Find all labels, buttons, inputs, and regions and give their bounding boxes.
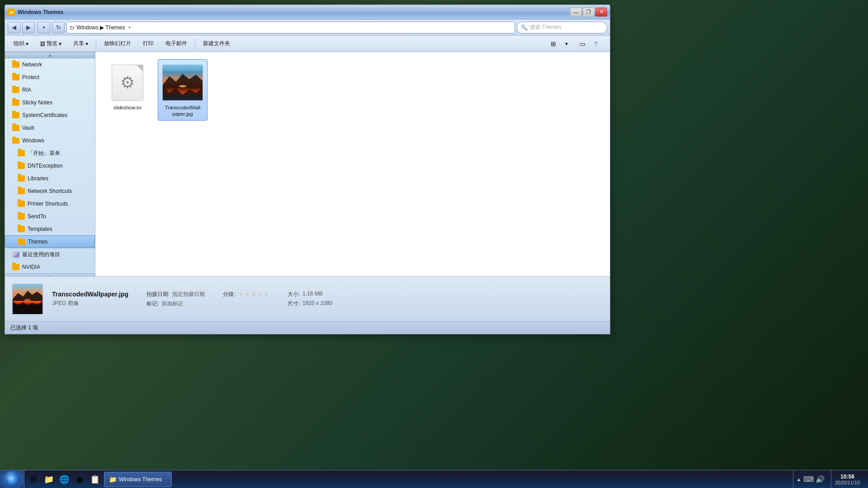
status-thumb-svg: [13, 284, 42, 314]
file-item-slideshow[interactable]: ⚙ slideshow.ini: [103, 59, 152, 121]
search-box[interactable]: 🔍 搜索 Themes: [517, 22, 607, 33]
minimize-button[interactable]: —: [570, 8, 582, 17]
status-size-label: 大小:: [288, 291, 300, 298]
star-3[interactable]: ★: [251, 291, 257, 298]
share-button[interactable]: 共享 ▾: [68, 38, 93, 50]
sidebar-item-network[interactable]: Network: [5, 58, 95, 71]
status-rating-label: 分级:: [223, 291, 235, 298]
clock[interactable]: 10:56 2020/11/10: [831, 470, 863, 488]
breadcrumb-text: Windows ▶ Themes: [76, 24, 125, 31]
sidebar-item-systemcerts[interactable]: SystemCertificates: [5, 109, 95, 122]
help-button[interactable]: ?: [594, 38, 606, 50]
toolbar: 组织 ▾ 🖼 预览 ▾ 共享 ▾ 放映幻灯片 打印 电子邮件 新建文件夹 ⊞: [5, 36, 610, 52]
refresh-button[interactable]: ↻: [52, 22, 65, 33]
status-date-value: 指定拍摄日期: [172, 291, 205, 298]
svg-point-12: [24, 299, 31, 301]
tray-expand-button[interactable]: ▲: [796, 476, 802, 483]
status-type: JPEG 图像: [52, 300, 128, 307]
toolbar-right: ⊞ ▾ ▭ ?: [550, 38, 606, 50]
folder-icon: [18, 201, 25, 207]
wallpaper-svg: [163, 65, 203, 100]
sidebar-item-ria[interactable]: RIA: [5, 84, 95, 96]
status-tags-value: 添加标记: [161, 300, 183, 308]
sidebar-scroll-down[interactable]: ▼: [5, 273, 95, 276]
chrome-icon: ◉: [76, 474, 83, 484]
list-view-icon: ⊞: [551, 40, 556, 47]
app4-icon: 📋: [90, 474, 100, 484]
sidebar-item-protect[interactable]: Protect: [5, 71, 95, 84]
taskbar-show-desktop-button[interactable]: ⊞: [26, 472, 41, 487]
active-folder-icon: 📁: [109, 476, 117, 483]
star-1[interactable]: ★: [238, 291, 244, 298]
folder-icon: [12, 74, 19, 80]
status-tags-row: 标记: 添加标记: [146, 300, 205, 308]
sidebar-item-sendto[interactable]: SendTo: [5, 210, 95, 223]
toolbar-separator-2: [195, 38, 195, 49]
sidebar-item-start-menu[interactable]: 「开始」菜单: [5, 147, 95, 160]
maximize-button[interactable]: ❐: [583, 8, 594, 17]
sidebar-item-nvidia[interactable]: NVIDIA: [5, 261, 95, 273]
sidebar-item-printer-shortcuts[interactable]: Printer Shortcuts: [5, 197, 95, 210]
star-5[interactable]: ★: [264, 291, 269, 298]
sidebar-item-recent[interactable]: 最近使用的项目: [5, 248, 95, 261]
sidebar-item-vault[interactable]: Vault: [5, 122, 95, 134]
status-col-date: 拍摄日期: 指定拍摄日期 标记: 添加标记: [146, 291, 205, 308]
clock-time: 10:56: [840, 474, 854, 480]
sidebar-item-windows[interactable]: Windows: [5, 134, 95, 147]
window-controls: — ❐ ✕: [570, 8, 607, 17]
slideshow-button[interactable]: 放映幻灯片: [99, 38, 136, 50]
print-button[interactable]: 打印: [138, 38, 159, 50]
close-button[interactable]: ✕: [595, 8, 607, 17]
taskbar-app4-button[interactable]: 📋: [88, 472, 102, 487]
sidebar-item-templates[interactable]: Templates: [5, 223, 95, 235]
content-pane: ⚙ slideshow.ini: [95, 52, 610, 276]
details-pane-button[interactable]: ▭: [579, 38, 592, 50]
view-dropdown-button[interactable]: ▾: [565, 38, 577, 50]
explorer-icon: 📁: [44, 474, 54, 484]
status-bottom: 已选择 1 项: [5, 321, 610, 334]
start-orb: [4, 471, 20, 488]
taskbar-explorer-button[interactable]: 📁: [42, 472, 56, 487]
back-button[interactable]: ◀: [8, 22, 20, 33]
preview-button[interactable]: 🖼 预览 ▾: [35, 38, 66, 50]
star-2[interactable]: ★: [245, 291, 250, 298]
window-icon: 📁: [8, 9, 15, 16]
status-bar: TranscodedWallpaper.jpg JPEG 图像 拍摄日期: 指定…: [5, 276, 610, 321]
quick-launch-bar: ⊞ 📁 🌐 ◉ 📋: [24, 472, 104, 487]
breadcrumb[interactable]: 🗀 Windows ▶ Themes ▾: [66, 22, 515, 33]
taskbar-chrome-button[interactable]: ◉: [72, 472, 87, 487]
start-button[interactable]: [0, 470, 24, 488]
email-button[interactable]: 电子邮件: [160, 38, 192, 50]
folder-icon: [12, 112, 19, 118]
new-folder-button[interactable]: 新建文件夹: [198, 38, 235, 50]
folder-icon: [18, 213, 25, 220]
tray-volume-icon[interactable]: 🔊: [816, 475, 825, 483]
organize-button[interactable]: 组织 ▾: [9, 38, 33, 50]
sidebar-item-dntexception[interactable]: DNTException: [5, 160, 95, 172]
status-col-meta: 大小: 1.16 MB 尺寸: 868 x 488: [288, 291, 332, 308]
sidebar-item-network-shortcuts[interactable]: Network Shortcuts: [5, 185, 95, 197]
folder-icon: [18, 163, 25, 169]
system-tray: ▲ ⌨ 🔊: [793, 470, 827, 488]
taskbar-active-explorer[interactable]: 📁 Windows Themes: [104, 472, 172, 487]
status-rating-row: 分级: ★ ★ ★ ★ ★: [223, 291, 269, 298]
sidebar-scroll-up[interactable]: ▲: [5, 52, 95, 58]
browser-icon: 🌐: [59, 474, 69, 484]
pane-icon: ▭: [580, 40, 585, 47]
taskbar-browser-button[interactable]: 🌐: [57, 472, 71, 487]
file-item-wallpaper[interactable]: TranscodedWallpaper.jpg: [158, 59, 208, 121]
forward-button[interactable]: ▶: [22, 22, 35, 33]
star-4[interactable]: ★: [257, 291, 263, 298]
sidebar-item-stickynotes[interactable]: Sticky Notes: [5, 96, 95, 109]
folder-icon: [12, 61, 19, 68]
taskbar: ⊞ 📁 🌐 ◉ 📋 📁 Windows Themes ▲ ⌨ 🔊 10:56 2…: [0, 470, 868, 488]
sidebar-item-themes[interactable]: Themes: [5, 235, 95, 248]
status-size-row: 大小: 1.16 MB: [288, 291, 332, 298]
sidebar-item-libraries[interactable]: Libraries: [5, 172, 95, 185]
star-rating[interactable]: ★ ★ ★ ★ ★: [238, 291, 269, 298]
jpg-thumbnail: [162, 65, 203, 101]
up-button[interactable]: ▼: [38, 22, 50, 33]
file-label-slideshow: slideshow.ini: [113, 104, 142, 111]
view-list-button[interactable]: ⊞: [550, 38, 563, 50]
toolbar-separator-1: [96, 38, 96, 49]
